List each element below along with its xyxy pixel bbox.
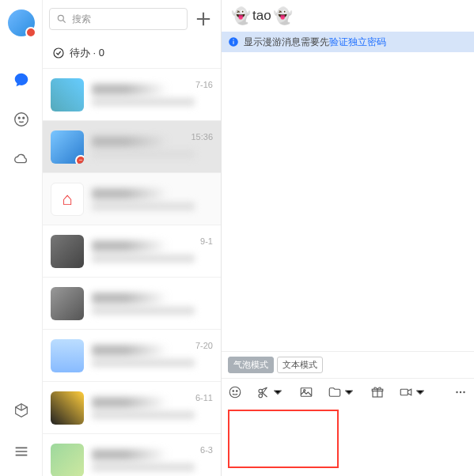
file-icon[interactable]: [328, 385, 356, 399]
chat-avatar: [51, 444, 84, 477]
chat-time: 7-20: [195, 341, 213, 350]
chat-avatar: [51, 78, 84, 111]
ghost-icon: 👻: [273, 6, 293, 25]
chat-list: 7-16 − 15:36 9-1 7-20: [43, 69, 221, 476]
ghost-icon: 👻: [231, 6, 251, 25]
text-mode-button[interactable]: 文本模式: [277, 357, 323, 373]
verify-password-link[interactable]: 验证独立密码: [329, 36, 386, 49]
chat-avatar: [51, 339, 84, 372]
dnd-badge-icon: −: [75, 155, 84, 164]
chat-avatar: −: [51, 130, 84, 164]
apps-icon[interactable]: [11, 400, 32, 421]
search-icon: [56, 13, 67, 25]
todo-label: 待办 · 0: [70, 46, 104, 60]
chat-list-item[interactable]: [43, 173, 221, 225]
chat-header: 👻 tao 👻: [222, 0, 474, 32]
cloud-icon[interactable]: [11, 149, 32, 169]
chat-avatar: [51, 287, 84, 320]
search-placeholder: 搜索: [72, 13, 91, 26]
compose-toolbar: [222, 378, 474, 405]
info-icon: [228, 36, 239, 47]
chat-avatar: [51, 391, 84, 425]
menu-icon[interactable]: [11, 441, 32, 462]
svg-point-18: [456, 391, 457, 392]
svg-point-4: [54, 48, 63, 58]
image-icon[interactable]: [299, 385, 313, 399]
chat-time: 9-1: [200, 236, 213, 246]
svg-point-20: [463, 391, 465, 392]
svg-point-10: [237, 390, 238, 391]
bubble-mode-button[interactable]: 气泡模式: [228, 357, 274, 373]
svg-point-0: [14, 113, 28, 127]
todo-row[interactable]: 待办 · 0: [43, 38, 221, 69]
svg-point-1: [18, 117, 20, 119]
chat-list-item[interactable]: [43, 278, 221, 330]
chat-pane: 👻 tao 👻 显示漫游消息需要先 验证独立密码 气泡模式文本模式: [222, 0, 474, 476]
gift-icon[interactable]: [370, 385, 385, 399]
search-input[interactable]: 搜索: [49, 8, 188, 30]
mode-bar: 气泡模式文本模式: [222, 351, 474, 378]
svg-point-19: [460, 391, 461, 392]
video-icon[interactable]: [399, 385, 427, 399]
svg-point-2: [22, 117, 24, 119]
chat-avatar: [51, 235, 84, 268]
svg-point-8: [229, 387, 241, 398]
svg-rect-6: [233, 41, 233, 44]
svg-point-3: [58, 15, 63, 21]
plus-icon: [192, 8, 214, 30]
chat-list-item[interactable]: 6-11: [43, 382, 221, 434]
chat-list-item[interactable]: 7-16: [43, 69, 221, 121]
chat-list-item[interactable]: 6-3: [43, 434, 221, 476]
emoji-icon[interactable]: [228, 385, 242, 399]
conversation-list-pane: 搜索 待办 · 0 7-16 − 15:36 9-1: [43, 0, 222, 476]
screenshot-icon[interactable]: [256, 385, 285, 399]
svg-rect-17: [400, 389, 408, 395]
chat-list-item[interactable]: 7-20: [43, 330, 221, 382]
user-avatar[interactable]: [8, 9, 35, 36]
svg-rect-7: [233, 40, 233, 40]
check-circle-icon: [52, 47, 65, 59]
contacts-icon[interactable]: [11, 109, 32, 130]
add-button[interactable]: [192, 8, 214, 30]
chat-time: 6-3: [200, 445, 213, 455]
chat-tab-icon[interactable]: [11, 70, 32, 90]
message-input[interactable]: [228, 410, 339, 468]
svg-point-14: [304, 389, 305, 391]
chat-list-item[interactable]: 9-1: [43, 225, 221, 278]
chat-title: tao: [252, 8, 271, 24]
left-sidebar: [0, 0, 43, 476]
chat-time: 7-16: [195, 80, 213, 89]
chat-avatar: [51, 183, 84, 216]
chat-time: 15:36: [191, 132, 213, 142]
message-area: [222, 52, 474, 351]
more-icon[interactable]: [453, 385, 468, 399]
chat-list-item[interactable]: − 15:36: [43, 121, 221, 173]
composer: [222, 405, 474, 476]
chat-time: 6-11: [195, 393, 213, 402]
svg-point-9: [233, 390, 234, 391]
svg-rect-13: [301, 387, 312, 396]
notice-text: 显示漫游消息需要先: [244, 36, 329, 49]
roaming-notice: 显示漫游消息需要先 验证独立密码: [222, 32, 474, 52]
